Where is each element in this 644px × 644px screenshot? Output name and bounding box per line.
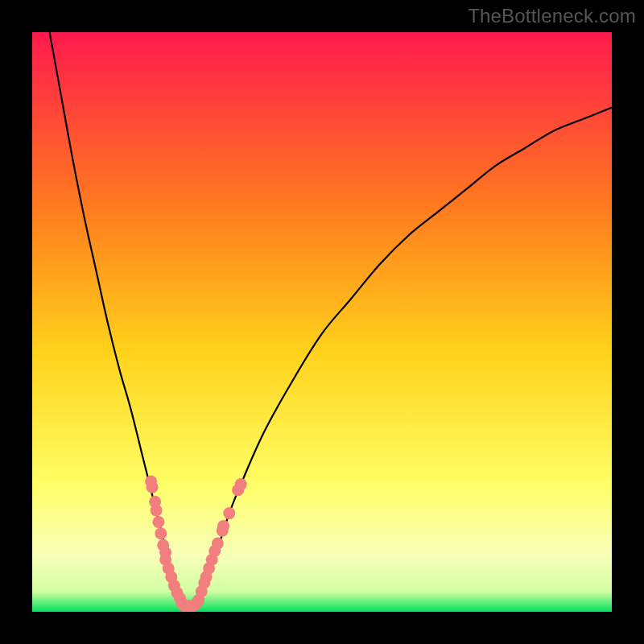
data-marker (217, 520, 229, 532)
data-marker (155, 527, 167, 539)
bottleneck-curve (50, 32, 612, 608)
data-marker (212, 538, 224, 550)
chart-svg (32, 32, 612, 612)
data-marker (235, 478, 247, 490)
data-marker (223, 507, 235, 519)
watermark-text: TheBottleneck.com (468, 5, 636, 27)
data-marker (152, 516, 164, 528)
data-marker (147, 481, 159, 493)
data-marker (151, 505, 163, 517)
chart-frame: { "watermark": "TheBottleneck.com", "col… (0, 0, 644, 644)
plot-area (32, 32, 612, 612)
